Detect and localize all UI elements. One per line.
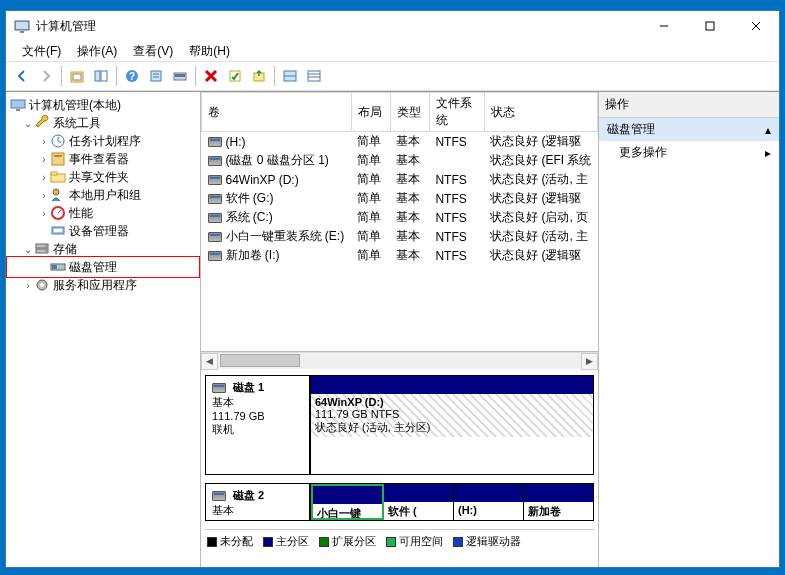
legend: 未分配 主分区 扩展分区 可用空间 逻辑驱动器 <box>205 529 594 553</box>
minimize-button[interactable] <box>641 11 687 41</box>
svg-rect-33 <box>51 172 57 175</box>
tree-performance[interactable]: › 性能 <box>8 204 198 222</box>
partition[interactable]: 软件 ( <box>384 484 454 520</box>
menu-help[interactable]: 帮助(H) <box>181 42 238 61</box>
tree-event-viewer[interactable]: › 事件查看器 <box>8 150 198 168</box>
legend-extended: 扩展分区 <box>332 535 376 547</box>
svg-rect-44 <box>58 265 64 269</box>
maximize-button[interactable] <box>687 11 733 41</box>
titlebar: 计算机管理 <box>6 11 779 41</box>
tree-device-manager[interactable]: 设备管理器 <box>8 222 198 240</box>
properties-button[interactable] <box>145 65 167 87</box>
tree-storage[interactable]: ⌄ 存储 <box>8 240 198 258</box>
volume-row[interactable]: 64WinXP (D:)简单基本NTFS状态良好 (活动, 主 <box>202 170 598 189</box>
col-volume[interactable]: 卷 <box>202 93 352 132</box>
menu-file[interactable]: 文件(F) <box>14 42 69 61</box>
volume-row[interactable]: 系统 (C:)简单基本NTFS状态良好 (启动, 页 <box>202 208 598 227</box>
drive-icon <box>208 156 222 166</box>
navigation-tree[interactable]: 计算机管理(本地) ⌄ 系统工具 › 任务计划程序 › 事件查看器 › 共享文件… <box>6 92 201 567</box>
tree-label: 事件查看器 <box>69 151 129 168</box>
col-fs[interactable]: 文件系统 <box>429 93 484 132</box>
content-area: 计算机管理(本地) ⌄ 系统工具 › 任务计划程序 › 事件查看器 › 共享文件… <box>6 91 779 567</box>
expand-icon[interactable]: › <box>38 154 50 165</box>
menu-action[interactable]: 操作(A) <box>69 42 125 61</box>
event-icon <box>50 151 66 167</box>
help-button[interactable]: ? <box>121 65 143 87</box>
tree-root[interactable]: 计算机管理(本地) <box>8 96 198 114</box>
volume-row[interactable]: (H:)简单基本NTFS状态良好 (逻辑驱 <box>202 132 598 152</box>
disk-partitions: 小白一键软件 ((H:)新加卷 <box>310 483 594 521</box>
tree-task-scheduler[interactable]: › 任务计划程序 <box>8 132 198 150</box>
disk-info[interactable]: 磁盘 2基本 <box>205 483 310 521</box>
settings-button[interactable] <box>224 65 246 87</box>
tree-system-tools[interactable]: ⌄ 系统工具 <box>8 114 198 132</box>
svg-rect-8 <box>73 74 81 80</box>
menu-view[interactable]: 查看(V) <box>125 42 181 61</box>
volume-hscrollbar[interactable]: ◀ ▶ <box>201 352 598 369</box>
partition[interactable]: 64WinXP (D:)111.79 GB NTFS状态良好 (活动, 主分区) <box>311 376 593 474</box>
tree-disk-management[interactable]: 磁盘管理 <box>8 258 198 276</box>
close-button[interactable] <box>733 11 779 41</box>
device-icon <box>50 223 66 239</box>
app-icon <box>14 18 30 34</box>
tree-label: 磁盘管理 <box>69 259 117 276</box>
volume-row[interactable]: (磁盘 0 磁盘分区 1)简单基本状态良好 (EFI 系统 <box>202 151 598 170</box>
forward-button[interactable] <box>35 65 57 87</box>
expand-icon[interactable]: › <box>38 172 50 183</box>
collapse-icon[interactable]: ⌄ <box>22 244 34 255</box>
svg-rect-9 <box>95 71 100 81</box>
up-button[interactable] <box>66 65 88 87</box>
svg-rect-17 <box>175 74 185 77</box>
disk-mgmt-icon <box>50 259 66 275</box>
svg-rect-4 <box>706 22 714 30</box>
disk-map: 磁盘 1基本111.79 GB联机64WinXP (D:)111.79 GB N… <box>201 369 598 567</box>
disk-info[interactable]: 磁盘 1基本111.79 GB联机 <box>205 375 310 475</box>
export-button[interactable] <box>248 65 270 87</box>
tree-label: 共享文件夹 <box>69 169 129 186</box>
drive-icon <box>208 213 222 223</box>
partition[interactable]: 小白一键 <box>311 484 384 520</box>
svg-rect-30 <box>52 153 64 165</box>
expand-icon[interactable]: › <box>22 280 34 291</box>
svg-rect-31 <box>54 155 62 157</box>
svg-rect-10 <box>101 71 107 81</box>
services-icon <box>34 277 50 293</box>
volume-row[interactable]: 软件 (G:)简单基本NTFS状态良好 (逻辑驱 <box>202 189 598 208</box>
scroll-left-button[interactable]: ◀ <box>201 353 218 370</box>
tree-services-apps[interactable]: › 服务和应用程序 <box>8 276 198 294</box>
partition[interactable]: 新加卷 <box>524 484 593 520</box>
scroll-thumb[interactable] <box>220 354 300 367</box>
refresh-button[interactable] <box>169 65 191 87</box>
expand-icon[interactable]: › <box>38 136 50 147</box>
computer-icon <box>10 97 26 113</box>
svg-point-46 <box>40 283 44 287</box>
scroll-right-button[interactable]: ▶ <box>581 353 598 370</box>
collapse-icon[interactable]: ⌄ <box>22 118 34 129</box>
col-status[interactable]: 状态 <box>484 93 597 132</box>
tree-shared-folders[interactable]: › 共享文件夹 <box>8 168 198 186</box>
perf-icon <box>50 205 66 221</box>
volume-row[interactable]: 小白一键重装系统 (E:)简单基本NTFS状态良好 (活动, 主 <box>202 227 598 246</box>
svg-rect-2 <box>20 31 24 33</box>
expand-icon[interactable]: › <box>38 208 50 219</box>
volume-row[interactable]: 新加卷 (I:)简单基本NTFS状态良好 (逻辑驱 <box>202 246 598 265</box>
show-hide-tree-button[interactable] <box>90 65 112 87</box>
list-view-button[interactable] <box>279 65 301 87</box>
detail-view-button[interactable] <box>303 65 325 87</box>
tree-local-users[interactable]: › 本地用户和组 <box>8 186 198 204</box>
back-button[interactable] <box>11 65 33 87</box>
volume-list[interactable]: 卷 布局 类型 文件系统 状态 (H:)简单基本NTFS状态良好 (逻辑驱(磁盘… <box>201 92 598 352</box>
tree-label: 性能 <box>69 205 93 222</box>
users-icon <box>50 187 66 203</box>
action-more[interactable]: 更多操作 ▸ <box>599 141 779 164</box>
action-disk-management[interactable]: 磁盘管理 ▴ <box>599 118 779 141</box>
col-type[interactable]: 类型 <box>390 93 429 132</box>
expand-icon[interactable]: › <box>38 190 50 201</box>
tree-label: 系统工具 <box>53 115 101 132</box>
drive-icon <box>208 251 222 261</box>
disk-row: 磁盘 1基本111.79 GB联机64WinXP (D:)111.79 GB N… <box>205 375 594 475</box>
col-layout[interactable]: 布局 <box>351 93 390 132</box>
tree-label: 服务和应用程序 <box>53 277 137 294</box>
partition[interactable]: (H:) <box>454 484 524 520</box>
delete-button[interactable] <box>200 65 222 87</box>
